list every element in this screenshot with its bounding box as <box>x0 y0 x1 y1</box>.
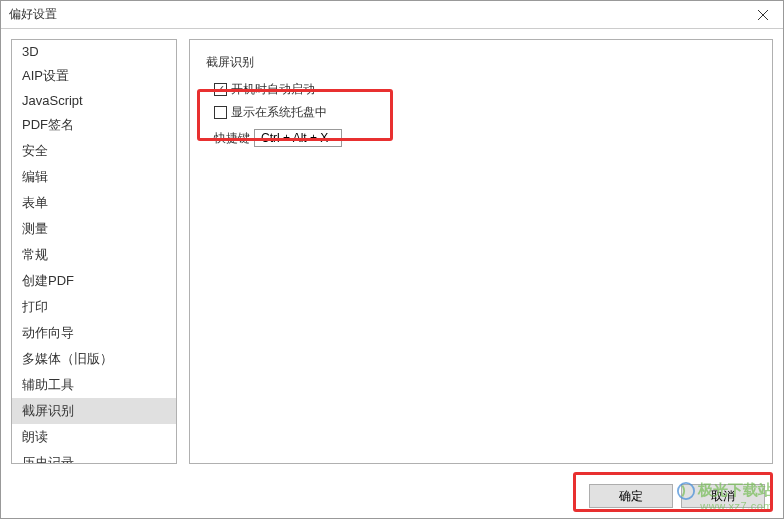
showtray-label: 显示在系统托盘中 <box>231 104 327 121</box>
group-title: 截屏识别 <box>206 54 756 71</box>
sidebar-item[interactable]: 朗读 <box>12 424 176 450</box>
sidebar-item[interactable]: 打印 <box>12 294 176 320</box>
hotkey-row: 快捷键 <box>206 129 756 147</box>
checkbox-icon <box>214 106 227 119</box>
sidebar-item[interactable]: 测量 <box>12 216 176 242</box>
autostart-checkbox-row[interactable]: 开机时自动启动 <box>206 81 756 98</box>
sidebar-item[interactable]: 安全 <box>12 138 176 164</box>
sidebar-item[interactable]: 表单 <box>12 190 176 216</box>
sidebar-item[interactable]: 编辑 <box>12 164 176 190</box>
cancel-button[interactable]: 取消 <box>681 484 765 508</box>
close-button[interactable] <box>743 1 783 29</box>
footer: 确定 取消 <box>1 474 783 518</box>
ok-button[interactable]: 确定 <box>589 484 673 508</box>
sidebar-item[interactable]: 3D <box>12 40 176 63</box>
preferences-window: 偏好设置 3DAIP设置JavaScriptPDF签名安全编辑表单测量常规创建P… <box>0 0 784 519</box>
showtray-checkbox-row[interactable]: 显示在系统托盘中 <box>206 104 756 121</box>
sidebar-item[interactable]: JavaScript <box>12 89 176 112</box>
sidebar-item[interactable]: 辅助工具 <box>12 372 176 398</box>
sidebar-item[interactable]: 动作向导 <box>12 320 176 346</box>
sidebar-item[interactable]: 截屏识别 <box>12 398 176 424</box>
sidebar-item[interactable]: 历史记录 <box>12 450 176 464</box>
sidebar-item[interactable]: PDF签名 <box>12 112 176 138</box>
content-panel: 截屏识别 开机时自动启动 显示在系统托盘中 快捷键 <box>189 39 773 464</box>
hotkey-input[interactable] <box>254 129 342 147</box>
category-sidebar[interactable]: 3DAIP设置JavaScriptPDF签名安全编辑表单测量常规创建PDF打印动… <box>11 39 177 464</box>
close-icon <box>758 10 768 20</box>
window-title: 偏好设置 <box>9 6 57 23</box>
autostart-label: 开机时自动启动 <box>231 81 315 98</box>
titlebar: 偏好设置 <box>1 1 783 29</box>
sidebar-item[interactable]: 常规 <box>12 242 176 268</box>
sidebar-item[interactable]: AIP设置 <box>12 63 176 89</box>
checkbox-icon <box>214 83 227 96</box>
body-area: 3DAIP设置JavaScriptPDF签名安全编辑表单测量常规创建PDF打印动… <box>1 29 783 474</box>
sidebar-item[interactable]: 创建PDF <box>12 268 176 294</box>
sidebar-item[interactable]: 多媒体（旧版） <box>12 346 176 372</box>
hotkey-label: 快捷键 <box>214 130 250 147</box>
